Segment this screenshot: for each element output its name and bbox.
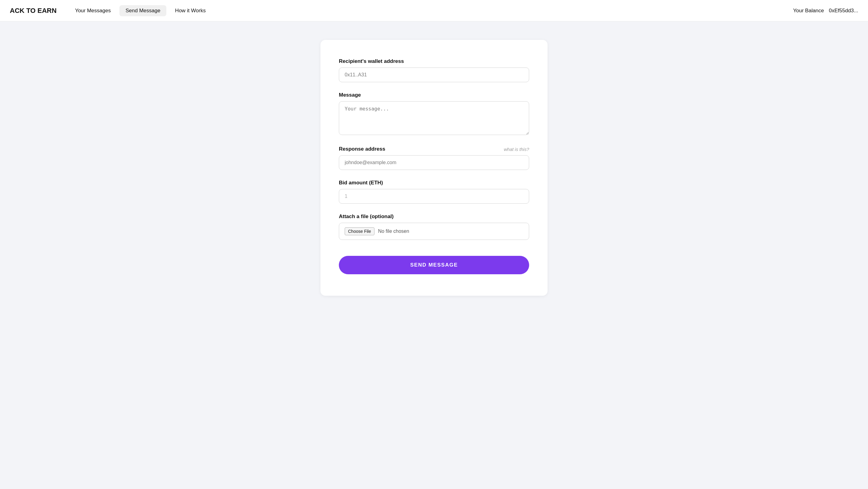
brand-prefix: ACK TO	[10, 7, 37, 14]
response-label: Response address	[339, 146, 385, 152]
response-label-row: Response address what is this?	[339, 146, 529, 152]
wallet-address: 0xEf55dd3...	[829, 8, 858, 14]
send-message-button[interactable]: SEND MESSAGE	[339, 256, 529, 274]
nav-right: Your Balance 0xEf55dd3...	[793, 8, 858, 14]
choose-file-button[interactable]: Choose File	[345, 227, 374, 235]
nav-how-it-works[interactable]: How it Works	[169, 5, 212, 16]
nav-send-message[interactable]: Send Message	[119, 5, 166, 16]
message-group: Message	[339, 92, 529, 136]
brand-suffix: EARN	[37, 7, 57, 14]
bid-group: Bid amount (ETH)	[339, 180, 529, 204]
bid-input[interactable]	[339, 189, 529, 204]
file-name-display: No file chosen	[378, 229, 409, 234]
recipient-label: Recipient's wallet address	[339, 58, 529, 64]
recipient-group: Recipient's wallet address	[339, 58, 529, 82]
message-input[interactable]	[339, 101, 529, 135]
response-input[interactable]	[339, 155, 529, 170]
bid-label: Bid amount (ETH)	[339, 180, 529, 186]
main-content: Recipient's wallet address Message Respo…	[0, 22, 868, 314]
navbar: ACK TO EARN Your Messages Send Message H…	[0, 0, 868, 22]
nav-links: Your Messages Send Message How it Works	[69, 5, 793, 16]
brand-logo: ACK TO EARN	[10, 7, 57, 15]
file-input-wrapper: Choose File No file chosen	[339, 223, 529, 240]
balance-label: Your Balance	[793, 8, 824, 14]
response-group: Response address what is this?	[339, 146, 529, 170]
nav-your-messages[interactable]: Your Messages	[69, 5, 117, 16]
send-message-card: Recipient's wallet address Message Respo…	[320, 40, 548, 296]
what-is-this-link[interactable]: what is this?	[504, 146, 529, 152]
file-label: Attach a file (optional)	[339, 214, 529, 220]
file-group: Attach a file (optional) Choose File No …	[339, 214, 529, 240]
message-label: Message	[339, 92, 529, 98]
recipient-input[interactable]	[339, 67, 529, 82]
